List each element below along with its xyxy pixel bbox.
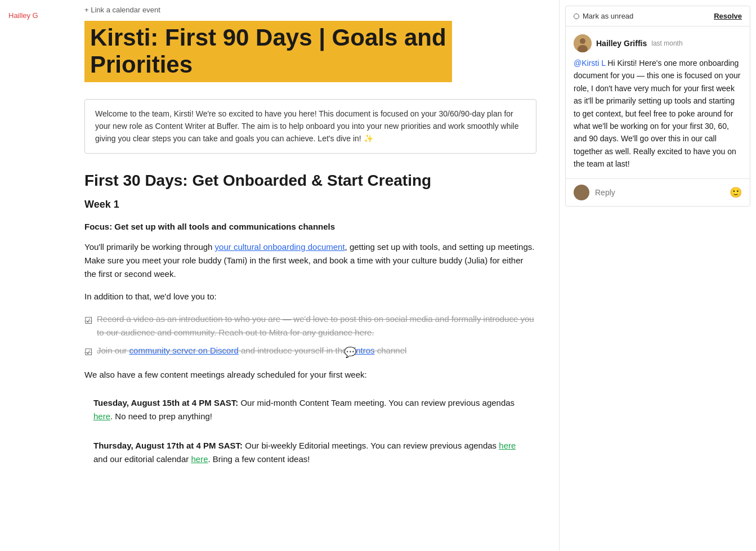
mention-tag[interactable]: @Kirsti L xyxy=(574,59,605,68)
mark-unread-btn[interactable]: Mark as unread xyxy=(574,12,633,20)
checklist-item-2: ☑ Join our community server on Discord a… xyxy=(84,344,536,360)
sidebar-user[interactable]: Hailley G xyxy=(8,11,65,20)
meeting-2-link1[interactable]: here xyxy=(499,441,516,450)
checklist-item-2-text: Join our community server on Discord and… xyxy=(97,344,406,357)
comment-text: @Kirsti L Hi Kirsti! Here's one more onb… xyxy=(574,57,742,171)
meeting-1-bold: Tuesday, August 15th at 4 PM SAST: xyxy=(93,398,238,407)
doc-title: Kirsti: First 90 Days | Goals and Priori… xyxy=(90,24,446,79)
addition-text: In addition to that, we'd love you to: xyxy=(84,290,536,303)
week-label: Week 1 xyxy=(84,199,536,210)
checklist: ☑ Record a video as an introduction to w… xyxy=(84,312,536,360)
mark-unread-label: Mark as unread xyxy=(583,12,633,20)
unread-circle-icon xyxy=(574,14,579,19)
resolve-button[interactable]: Resolve xyxy=(714,12,742,20)
meeting-2-link2[interactable]: here xyxy=(191,454,208,464)
section1-title: First 30 Days: Get Onboarded & Start Cre… xyxy=(84,172,536,190)
body-text-onboarding: You'll primarily be working through your… xyxy=(84,240,536,281)
meeting-item-2: Thursday, August 17th at 4 PM SAST: Our … xyxy=(84,433,536,472)
comment-time: last month xyxy=(651,39,682,47)
meeting-1-link[interactable]: here xyxy=(93,411,110,421)
check-icon-2: ☑ xyxy=(84,345,92,360)
cultural-onboarding-link[interactable]: your cultural onboarding document xyxy=(215,242,345,252)
check-icon-1: ☑ xyxy=(84,313,92,328)
checklist-item-1-text: Record a video as an introduction to who… xyxy=(97,312,536,339)
reply-avatar xyxy=(574,185,589,200)
emoji-button[interactable]: 🙂 xyxy=(730,186,742,199)
svg-point-1 xyxy=(580,38,585,44)
right-panel: Mark as unread Resolve Hailley Griffis l… xyxy=(559,0,756,551)
meeting-item-1: Tuesday, August 15th at 4 PM SAST: Our m… xyxy=(84,391,536,429)
reply-input[interactable] xyxy=(595,188,724,197)
link-calendar-btn[interactable]: + Link a calendar event xyxy=(84,6,536,14)
intro-text: Welcome to the team, Kirsti! We're so ex… xyxy=(95,109,519,144)
discord-link[interactable]: community server on Discord xyxy=(129,346,239,355)
comment-meta: Hailley Griffis last month xyxy=(574,34,742,52)
meetings-intro: We also have a few content meetings alre… xyxy=(84,368,536,382)
commenter-name: Hailley Griffis xyxy=(596,39,647,48)
meeting-2-bold: Thursday, August 17th at 4 PM SAST: xyxy=(93,441,243,450)
thread-header: Mark as unread Resolve xyxy=(566,6,750,26)
meetings-section: Tuesday, August 15th at 4 PM SAST: Our m… xyxy=(84,391,536,472)
main-content: + Link a calendar event Kirsti: First 90… xyxy=(73,0,559,551)
comment-thread: Mark as unread Resolve Hailley Griffis l… xyxy=(565,6,750,207)
sidebar: Hailley G xyxy=(0,0,73,551)
reply-area: 🙂 xyxy=(566,179,750,206)
avatar-image xyxy=(574,34,592,52)
checklist-item-1: ☑ Record a video as an introduction to w… xyxy=(84,312,536,339)
commenter-avatar xyxy=(574,34,592,52)
comment-sidebar-icon[interactable]: 💬 xyxy=(344,346,356,359)
intro-box: Welcome to the team, Kirsti! We're so ex… xyxy=(84,99,536,154)
doc-title-block: Kirsti: First 90 Days | Goals and Priori… xyxy=(84,21,452,82)
comment-body: Hailley Griffis last month @Kirsti L Hi … xyxy=(566,26,750,179)
focus-label: Focus: Get set up with all tools and com… xyxy=(84,222,536,231)
